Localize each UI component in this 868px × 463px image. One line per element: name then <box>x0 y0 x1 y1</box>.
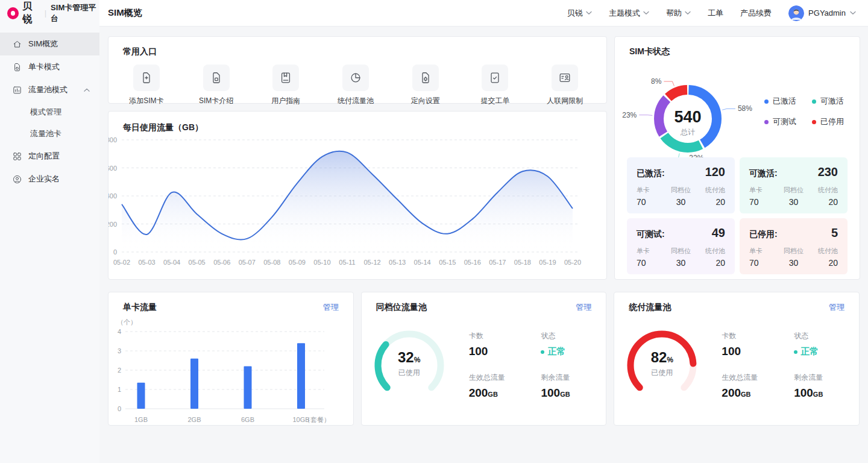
topnav-item-2[interactable]: 主题模式 <box>609 8 649 19</box>
topnav-item-label: 工单 <box>708 8 723 19</box>
svg-text:400: 400 <box>108 192 117 200</box>
pool-stat-key: 生效总流量 <box>722 373 772 383</box>
legend-item-已激活[interactable]: 已激活 <box>764 96 796 107</box>
quick-entry-sim-intro[interactable]: SIM卡介绍 <box>189 65 244 106</box>
single-card-bar-chart: 012341GB2GB6GB10GB（套餐） <box>113 327 332 427</box>
topnav-item-4[interactable]: 工单 <box>708 8 723 19</box>
sim-icon <box>12 62 22 72</box>
sidebar-item-3[interactable]: 流量池模式 <box>0 78 99 101</box>
sidebar: SIM概览单卡模式流量池模式模式管理流量池卡定向配置企业实名 <box>0 27 99 463</box>
svg-text:05-11: 05-11 <box>339 259 355 266</box>
pool-stat-卡数: 卡数100 <box>722 331 772 363</box>
pool-stat-status: 正常 <box>794 346 844 357</box>
unified-pool-manage-link[interactable]: 管理 <box>829 302 844 313</box>
quick-entry-sim-gear[interactable]: 定向设置 <box>398 65 453 106</box>
status-box-col-key: 统付池 <box>808 247 838 256</box>
sidebar-subitem-1[interactable]: 模式管理 <box>0 101 99 123</box>
svg-text:（套餐）: （套餐） <box>304 416 330 423</box>
pool-stat-生效总流量: 生效总流量200GB <box>469 373 520 405</box>
home-icon <box>12 39 22 49</box>
status-box-col-value: 20 <box>696 258 725 268</box>
sidebar-item-5[interactable]: 企业实名 <box>0 168 99 191</box>
brand-name: 贝锐 <box>22 1 40 26</box>
legend-item-已停用[interactable]: 已停用 <box>812 116 844 127</box>
topnav: 贝锐主题模式帮助工单产品续费PGYadmin <box>567 5 868 21</box>
status-box-5: 已停用:5单卡70同档位30统付池20 <box>740 218 848 274</box>
svg-text:1GB: 1GB <box>134 416 148 423</box>
quick-entry-label: 定向设置 <box>411 96 440 106</box>
quick-entry-guide[interactable]: 用户指南 <box>259 65 313 106</box>
tier-pool-manage-link[interactable]: 管理 <box>576 302 591 313</box>
tier-pool-gauge: 32% 已使用 <box>370 326 448 405</box>
quick-entry-add-sim[interactable]: 添加SIM卡 <box>119 65 174 106</box>
svg-text:05-17: 05-17 <box>489 259 506 266</box>
svg-text:05-09: 05-09 <box>289 259 306 266</box>
chevron-down-icon <box>643 11 649 15</box>
sidebar-item-2[interactable]: 单卡模式 <box>0 55 99 78</box>
sidebar-item-4[interactable]: 定向配置 <box>0 145 99 168</box>
status-box-col-key: 单卡 <box>637 186 666 195</box>
single-card-manage-link[interactable]: 管理 <box>323 302 339 313</box>
legend-label: 可测试 <box>773 116 796 127</box>
status-box-col-value: 30 <box>666 258 696 268</box>
quick-entries-row: 添加SIM卡SIM卡介绍用户指南统付流量池定向设置提交工单人联网限制 <box>108 57 606 106</box>
topnav-item-label: 主题模式 <box>609 8 640 19</box>
status-box-col-key: 单卡 <box>749 186 779 195</box>
status-box-49: 可测试:49单卡70同档位30统付池20 <box>627 218 735 274</box>
quick-entry-pie[interactable]: 统付流量池 <box>329 65 383 106</box>
quick-entry-label: 统付流量池 <box>338 96 374 106</box>
topnav-item-1[interactable]: 贝锐 <box>567 8 592 19</box>
topnav-item-5[interactable]: 产品续费 <box>740 8 772 19</box>
legend-dot-icon <box>764 99 769 104</box>
pool-stat-状态: 状态正常 <box>794 331 844 363</box>
status-box-col-key: 统付池 <box>808 186 838 195</box>
legend-label: 已停用 <box>820 116 844 127</box>
pool-stat-剩余流量: 剩余流量100GB <box>794 373 844 405</box>
topnav-item-3[interactable]: 帮助 <box>666 8 691 19</box>
svg-text:800: 800 <box>108 136 117 143</box>
pool-stat-key: 状态 <box>794 331 844 341</box>
legend-label: 已激活 <box>773 96 796 107</box>
id-card-icon <box>558 71 571 84</box>
svg-text:540: 540 <box>674 108 701 126</box>
svg-text:05-07: 05-07 <box>239 259 256 266</box>
chevron-up-icon <box>84 88 90 92</box>
sidebar-item-label: 单卡模式 <box>28 61 60 72</box>
status-box-label: 可激活: <box>749 168 778 179</box>
user-menu[interactable]: PGYadmin <box>788 5 856 21</box>
sidebar-item-1[interactable]: SIM概览 <box>0 33 99 55</box>
pool-stat-value: 100 <box>722 345 772 358</box>
tier-pool-title: 同档位流量池 <box>376 302 427 313</box>
add-sim-icon <box>140 71 153 84</box>
pool-stat-status-text: 正常 <box>547 346 565 357</box>
svg-text:05-06: 05-06 <box>213 259 230 266</box>
svg-text:05-05: 05-05 <box>189 259 206 266</box>
sidebar-subitem-label: 流量池卡 <box>30 128 61 139</box>
legend-dot-icon <box>812 120 816 124</box>
quick-entry-label: 提交工单 <box>480 96 509 106</box>
status-box-col-value: 20 <box>808 258 838 268</box>
legend-item-可测试[interactable]: 可测试 <box>764 116 796 127</box>
unified-pool-gauge-label: 已使用 <box>623 368 701 378</box>
pool-stat-生效总流量: 生效总流量200GB <box>722 373 772 405</box>
status-dot-icon <box>541 350 544 354</box>
pool-stat-value: 100GB <box>541 386 591 400</box>
daily-usage-title: 每日使用流量（GB） <box>123 122 203 133</box>
chevron-down-icon <box>850 11 856 15</box>
quick-entry-ticket[interactable]: 提交工单 <box>468 65 523 106</box>
svg-text:58%: 58% <box>738 104 752 113</box>
unified-pool-gauge: 82% 已使用 <box>623 326 701 405</box>
sidebar-subitem-2[interactable]: 流量池卡 <box>0 123 99 145</box>
quick-entry-label: 用户指南 <box>271 96 300 106</box>
sim-status-boxes: 已激活:120单卡70同档位30统付池20可激活:230单卡70同档位30统付池… <box>627 157 848 274</box>
status-box-value: 230 <box>818 165 838 179</box>
legend-item-可激活[interactable]: 可激活 <box>812 96 844 107</box>
user-icon <box>12 174 22 184</box>
avatar <box>788 5 804 21</box>
pool-stat-unit: GB <box>488 391 498 398</box>
svg-text:4: 4 <box>118 328 121 335</box>
svg-text:05-16: 05-16 <box>464 259 481 266</box>
pool-stat-key: 剩余流量 <box>794 373 844 383</box>
pool-icon <box>12 85 22 95</box>
quick-entry-id-card[interactable]: 人联网限制 <box>538 65 592 106</box>
